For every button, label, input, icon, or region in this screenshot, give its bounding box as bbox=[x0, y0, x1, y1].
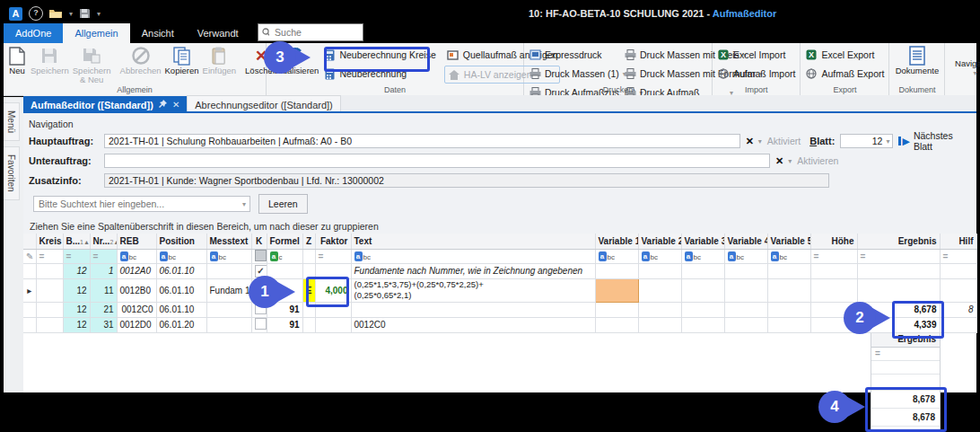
hauptauftrag-label: Hauptauftrag: bbox=[29, 136, 104, 146]
col-k: K bbox=[251, 234, 267, 249]
dropdown-icon[interactable]: ▾ bbox=[758, 137, 762, 145]
globe-icon bbox=[805, 67, 818, 80]
grid-row-group[interactable]: 12 1 0012A0 06.01.10 ✓ Fundamente nach N… bbox=[23, 263, 976, 278]
grid-search-combo[interactable]: ▾ bbox=[33, 196, 250, 212]
auto-filter-row[interactable]: ✎ = = = abc abc abc ac = abc abc abc abc… bbox=[23, 249, 976, 263]
neu-button[interactable]: Neu bbox=[5, 44, 29, 87]
excel-export-button[interactable]: X Excel Export bbox=[802, 47, 887, 63]
sidebar-item-favoriten[interactable]: Favoriten bbox=[4, 146, 20, 200]
printer-icon bbox=[624, 48, 636, 61]
text-filter-icon: abc bbox=[728, 251, 744, 261]
save-new-icon bbox=[82, 46, 101, 66]
dropdown-icon[interactable]: ▾ bbox=[788, 157, 792, 165]
group-import: X Excel Import Aufmaß Import Import bbox=[713, 43, 801, 95]
group-label: Allgemein bbox=[4, 84, 266, 95]
callout-2: 2 bbox=[844, 302, 892, 334]
einfuegen-button[interactable]: Einfügen bbox=[201, 44, 239, 87]
col-position: Position bbox=[156, 234, 206, 249]
leeren-button[interactable]: Leeren bbox=[258, 194, 308, 214]
callout-1: 1 bbox=[249, 276, 297, 308]
save-icon bbox=[39, 46, 59, 66]
navigation-dropdown-button[interactable]: Navigation ▾ bbox=[947, 44, 980, 93]
house-icon bbox=[448, 68, 460, 81]
open-dropdown-icon[interactable]: ▾ bbox=[69, 10, 73, 18]
addone-logo-icon[interactable]: A bbox=[9, 7, 22, 21]
col-faktor: Faktor bbox=[315, 234, 351, 249]
kopieren-button[interactable]: Kopieren bbox=[163, 44, 201, 87]
excel-import-button[interactable]: X Excel Import bbox=[714, 47, 798, 63]
text-filter-icon: abc bbox=[210, 251, 226, 261]
col-variable5: Variable 5 bbox=[767, 234, 810, 249]
col-messtext: Messtext bbox=[206, 234, 251, 249]
grid-row[interactable]: 12 31 0012D0 06.01.20 91 0012C0 4,339 bbox=[23, 317, 976, 332]
tab-addone[interactable]: AddOne bbox=[4, 23, 63, 43]
hauptauftrag-input[interactable] bbox=[104, 134, 740, 148]
window-title: 10: HF-AO-BETA-10 SCHULUNG 2021 - Aufmaß… bbox=[529, 7, 776, 21]
col-text: Text bbox=[351, 234, 595, 249]
printer-icon bbox=[624, 67, 636, 80]
col-nr: Nr...2▲ bbox=[90, 234, 117, 249]
dropdown-icon: ▾ bbox=[886, 137, 889, 145]
clear-icon[interactable]: ✕ bbox=[746, 136, 754, 147]
checkbox-icon[interactable] bbox=[255, 318, 267, 330]
text-filter-icon: abc bbox=[120, 251, 136, 261]
sidebar-item-menu[interactable]: Menü bbox=[4, 102, 20, 141]
title-bar: A ? ▾ ▾ 10: HF-AO-BETA-10 SCHULUNG 2021 … bbox=[4, 4, 976, 23]
col-kreis: Kreis bbox=[36, 234, 63, 249]
ribbon-tab-row: AddOne Allgemein Ansicht Verwandt bbox=[4, 23, 976, 43]
grid-row-selected[interactable]: ▸ 12 11 0012B0 06.01.10 Fundam 1 E 4,000… bbox=[23, 278, 976, 302]
document-tab-bar: Aufmaßeditor ([Standard]) ✕ Abrechnungse… bbox=[23, 95, 976, 113]
grid-header-row[interactable]: Kreis B...1▲ Nr...2▲ REB Position Messte… bbox=[23, 234, 976, 249]
expressdruck-button[interactable]: Expressdruck bbox=[526, 47, 621, 63]
dokumente-button[interactable]: Dokumente bbox=[891, 44, 942, 87]
excel-icon: X bbox=[805, 48, 818, 61]
unterauftrag-input[interactable] bbox=[104, 154, 770, 168]
abbrechen-button[interactable]: Abbrechen bbox=[118, 44, 163, 87]
save-icon[interactable] bbox=[79, 8, 91, 19]
tab-allgemein[interactable]: Allgemein bbox=[63, 23, 129, 43]
group-label: Drucken bbox=[524, 84, 712, 95]
naechstes-blatt-button[interactable]: Nächstes Blatt bbox=[914, 130, 971, 152]
window-icon bbox=[447, 48, 459, 61]
col-z: Z bbox=[302, 234, 315, 249]
highlight-box-neuberechnung bbox=[324, 47, 430, 72]
application-window: A ? ▾ ▾ 10: HF-AO-BETA-10 SCHULUNG 2021 … bbox=[0, 0, 980, 432]
next-sheet-icon[interactable]: ▶ bbox=[898, 137, 909, 145]
zusatzinfo-label: Zusatzinfo: bbox=[29, 175, 104, 186]
globe-icon bbox=[717, 67, 730, 80]
pin-icon[interactable] bbox=[159, 100, 167, 110]
close-tab-icon[interactable]: ✕ bbox=[172, 100, 179, 110]
dropdown-icon[interactable]: ▾ bbox=[239, 200, 249, 208]
grid-search-input[interactable] bbox=[34, 198, 239, 209]
search-input[interactable] bbox=[273, 26, 359, 39]
zusatzinfo-input bbox=[104, 173, 829, 188]
qat-dropdown-icon[interactable]: ▾ bbox=[97, 10, 101, 18]
col-variable2: Variable 2 bbox=[638, 234, 681, 249]
text-filter-icon: abc bbox=[771, 251, 787, 261]
blatt-selector[interactable]: 12▾ bbox=[840, 134, 893, 148]
grid-row[interactable]: 12 21 0012C0 06.01.10 91 8,678 8 bbox=[23, 302, 976, 317]
group-label: Export bbox=[801, 84, 888, 95]
tab-ansicht[interactable]: Ansicht bbox=[130, 23, 186, 43]
col-reb: REB bbox=[117, 234, 156, 249]
hauptauftrag-row: Hauptauftrag: ✕ ▾ Aktiviert Blatt: 12▾ ▶… bbox=[29, 133, 971, 149]
open-folder-icon[interactable] bbox=[49, 8, 63, 19]
express-printer-icon bbox=[529, 48, 541, 61]
help-icon[interactable]: ? bbox=[29, 6, 43, 21]
aufmass-import-button[interactable]: Aufmaß Import bbox=[714, 66, 798, 82]
new-page-icon bbox=[7, 46, 27, 66]
paste-icon bbox=[209, 46, 229, 66]
ribbon-search[interactable] bbox=[258, 23, 363, 41]
ribbon: Neu Speichern Speichern & Neu Abbrechen … bbox=[4, 43, 976, 96]
tab-verwandt[interactable]: Verwandt bbox=[186, 23, 250, 43]
tab-abrechnungseditor[interactable]: Abrechnungseditor ([Standard]) bbox=[187, 95, 340, 113]
text-filter-icon: abc bbox=[354, 251, 371, 261]
aufmass-export-button[interactable]: Aufmaß Export bbox=[802, 66, 887, 82]
druck-massen-button[interactable]: Druck Massen (1) ▾ bbox=[526, 66, 621, 82]
col-hoehe: Höhe bbox=[810, 234, 857, 249]
col-variable1: Variable 1 bbox=[595, 234, 638, 249]
speichern-neu-button[interactable]: Speichern & Neu bbox=[71, 44, 113, 87]
callout-4: 4 bbox=[818, 391, 867, 423]
clear-icon[interactable]: ✕ bbox=[775, 155, 783, 167]
speichern-button[interactable]: Speichern bbox=[29, 44, 71, 87]
